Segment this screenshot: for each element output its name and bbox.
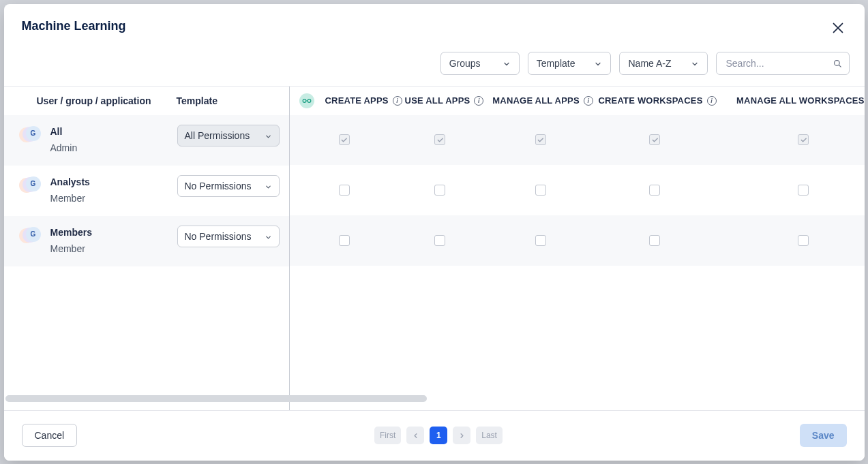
column-header-manage-all-apps: MANAGE ALL APPS i bbox=[492, 95, 598, 106]
permission-checkbox[interactable] bbox=[339, 134, 350, 145]
permission-checkbox[interactable] bbox=[649, 185, 660, 196]
permission-columns-header: CREATE APPS i USE ALL APPS i MANAGE ALL … bbox=[290, 87, 865, 115]
info-icon[interactable]: i bbox=[393, 96, 402, 106]
svg-point-1 bbox=[303, 99, 306, 102]
row-template-label: No Permissions bbox=[185, 231, 252, 242]
avatar-stack: G bbox=[19, 176, 42, 194]
column-label: USE ALL APPS bbox=[405, 95, 470, 106]
modal-body: User / group / application Template G Al… bbox=[4, 87, 865, 410]
permissions-modal: Machine Learning Groups Template Name A-… bbox=[4, 4, 865, 461]
svg-point-2 bbox=[308, 99, 311, 102]
permission-checkbox[interactable] bbox=[535, 134, 546, 145]
group-row: G Analysts Member No Permissions bbox=[4, 166, 289, 216]
info-icon[interactable]: i bbox=[707, 96, 717, 106]
permission-checkbox[interactable] bbox=[798, 185, 809, 196]
group-role: Member bbox=[50, 243, 177, 254]
permission-checkbox[interactable] bbox=[434, 185, 445, 196]
group-info: Analysts Member bbox=[42, 175, 177, 204]
header-user: User / group / application bbox=[37, 95, 177, 106]
permission-checkbox[interactable] bbox=[649, 235, 660, 246]
chevron-down-icon bbox=[594, 59, 602, 67]
column-label: MANAGE ALL WORKSPACES bbox=[736, 95, 864, 106]
row-template-label: All Permissions bbox=[185, 130, 250, 141]
horizontal-scrollbar[interactable] bbox=[5, 395, 863, 402]
avatar-stack: G bbox=[19, 227, 42, 245]
pager-first-button[interactable]: First bbox=[374, 427, 401, 444]
group-role: Member bbox=[50, 193, 177, 204]
modal-title: Machine Learning bbox=[22, 19, 126, 33]
pager-next-button[interactable] bbox=[453, 427, 470, 444]
scope-select[interactable]: Groups bbox=[440, 52, 520, 75]
info-icon[interactable]: i bbox=[474, 96, 483, 106]
save-button[interactable]: Save bbox=[800, 424, 847, 447]
header-template: Template bbox=[177, 95, 218, 106]
permission-checkbox[interactable] bbox=[798, 235, 809, 246]
right-pane: CREATE APPS i USE ALL APPS i MANAGE ALL … bbox=[290, 87, 865, 410]
permission-rows bbox=[290, 115, 865, 266]
group-row: G Members Member No Permissions bbox=[4, 216, 289, 266]
sort-select[interactable]: Name A-Z bbox=[619, 52, 707, 75]
column-header-manage-all-workspaces: MANAGE ALL WORKSPACES bbox=[736, 95, 864, 106]
permission-checkbox[interactable] bbox=[434, 235, 445, 246]
modal-header: Machine Learning bbox=[4, 4, 865, 40]
avatar-front-icon: G bbox=[26, 176, 41, 191]
chevron-left-icon bbox=[412, 432, 419, 439]
template-select[interactable]: Template bbox=[528, 52, 612, 75]
pager-prev-button[interactable] bbox=[406, 427, 424, 444]
group-row: G All Admin All Permissions bbox=[4, 115, 289, 166]
chevron-down-icon bbox=[265, 232, 272, 240]
permission-checkbox[interactable] bbox=[535, 185, 546, 196]
scope-select-label: Groups bbox=[449, 58, 481, 69]
column-label: CREATE WORKSPACES bbox=[598, 95, 702, 106]
group-info: All Admin bbox=[42, 125, 177, 153]
permission-checkbox[interactable] bbox=[535, 235, 546, 246]
left-rows: G All Admin All Permissions bbox=[4, 115, 289, 266]
group-name: Analysts bbox=[50, 175, 177, 189]
search-field[interactable] bbox=[716, 52, 850, 75]
group-name: All bbox=[50, 125, 177, 138]
pager-last-button[interactable]: Last bbox=[476, 427, 503, 444]
permission-checkbox[interactable] bbox=[434, 134, 445, 145]
scrollbar-thumb[interactable] bbox=[5, 395, 427, 402]
search-icon bbox=[833, 58, 842, 69]
template-select-label: Template bbox=[537, 58, 575, 69]
permission-checkbox[interactable] bbox=[798, 134, 809, 145]
column-header-create-apps: CREATE APPS i bbox=[299, 93, 405, 108]
modal-footer: Cancel First 1 Last Save bbox=[4, 410, 865, 461]
avatar-front-icon: G bbox=[26, 126, 41, 141]
left-column-header: User / group / application Template bbox=[4, 87, 289, 115]
avatar-front-icon: G bbox=[26, 227, 41, 242]
pager-page-button[interactable]: 1 bbox=[430, 427, 447, 444]
chevron-down-icon bbox=[265, 182, 272, 189]
avatar-stack: G bbox=[19, 126, 42, 144]
permission-checkbox[interactable] bbox=[649, 134, 660, 145]
column-label: CREATE APPS bbox=[325, 95, 389, 106]
toolbar: Groups Template Name A-Z bbox=[4, 40, 865, 86]
sort-select-label: Name A-Z bbox=[628, 58, 671, 69]
row-template-select[interactable]: All Permissions bbox=[177, 125, 280, 146]
search-input[interactable] bbox=[725, 57, 827, 69]
row-template-label: No Permissions bbox=[185, 181, 252, 191]
pager: First 1 Last bbox=[374, 427, 503, 444]
glasses-icon bbox=[299, 93, 314, 108]
group-name: Members bbox=[50, 226, 177, 239]
chevron-down-icon bbox=[265, 132, 272, 139]
chevron-right-icon bbox=[458, 432, 466, 439]
permission-row bbox=[290, 165, 865, 215]
left-pane: User / group / application Template G Al… bbox=[4, 87, 290, 410]
chevron-down-icon bbox=[503, 59, 511, 67]
close-button[interactable] bbox=[829, 19, 847, 40]
permission-checkbox[interactable] bbox=[339, 185, 350, 196]
permission-checkbox[interactable] bbox=[339, 235, 350, 246]
column-header-use-all-apps: USE ALL APPS i bbox=[405, 95, 493, 106]
column-label: MANAGE ALL APPS bbox=[492, 95, 579, 106]
column-header-create-workspaces: CREATE WORKSPACES i bbox=[598, 95, 736, 106]
close-icon bbox=[830, 20, 845, 35]
row-template-select[interactable]: No Permissions bbox=[177, 175, 280, 197]
permission-row bbox=[290, 215, 865, 266]
row-template-select[interactable]: No Permissions bbox=[177, 226, 280, 247]
group-role: Admin bbox=[50, 142, 177, 153]
info-icon[interactable]: i bbox=[584, 96, 593, 106]
chevron-down-icon bbox=[691, 59, 699, 67]
cancel-button[interactable]: Cancel bbox=[22, 424, 78, 447]
